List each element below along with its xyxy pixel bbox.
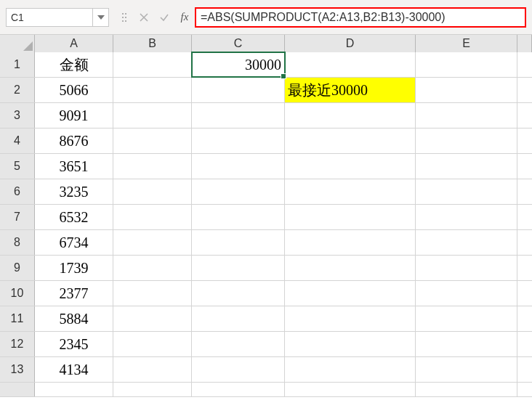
cell-E10[interactable] xyxy=(416,281,517,306)
cell-F14[interactable] xyxy=(517,383,532,396)
fx-button[interactable]: fx xyxy=(174,8,195,27)
cell-D8[interactable] xyxy=(285,230,416,255)
cell-A4[interactable]: 8676 xyxy=(35,128,113,153)
cell-C11[interactable] xyxy=(192,306,285,331)
row-header-13[interactable]: 13 xyxy=(0,357,35,382)
cell-F10[interactable] xyxy=(517,281,532,306)
row-header-8[interactable]: 8 xyxy=(0,230,35,255)
cell-D7[interactable] xyxy=(285,205,416,229)
cell-F5[interactable] xyxy=(517,154,532,179)
cell-B1[interactable] xyxy=(113,52,192,77)
select-all-corner[interactable] xyxy=(0,35,35,52)
row-header-7[interactable]: 7 xyxy=(0,205,35,229)
cell-C1[interactable]: 30000 xyxy=(192,52,285,77)
cell-E1[interactable] xyxy=(416,52,517,77)
cell-F4[interactable] xyxy=(517,128,532,153)
cell-B14[interactable] xyxy=(113,383,192,396)
cell-A2[interactable]: 5066 xyxy=(35,78,113,102)
cell-B4[interactable] xyxy=(113,128,192,153)
cell-F1[interactable] xyxy=(517,52,532,77)
cell-C6[interactable] xyxy=(192,179,285,204)
cell-D4[interactable] xyxy=(285,128,416,153)
cell-E13[interactable] xyxy=(416,357,517,382)
cell-B13[interactable] xyxy=(113,357,192,382)
cell-C14[interactable] xyxy=(192,383,285,396)
cell-F9[interactable] xyxy=(517,256,532,280)
cell-D3[interactable] xyxy=(285,103,416,128)
cell-E12[interactable] xyxy=(416,332,517,356)
cell-D6[interactable] xyxy=(285,179,416,204)
cell-B7[interactable] xyxy=(113,205,192,229)
cell-F6[interactable] xyxy=(517,179,532,204)
name-box-dropdown[interactable] xyxy=(93,8,109,27)
col-header-E[interactable]: E xyxy=(416,35,517,52)
row-header-3[interactable]: 3 xyxy=(0,103,35,128)
cell-A3[interactable]: 9091 xyxy=(35,103,113,128)
cell-E11[interactable] xyxy=(416,306,517,331)
cell-E4[interactable] xyxy=(416,128,517,153)
cell-E14[interactable] xyxy=(416,383,517,396)
cell-A6[interactable]: 3235 xyxy=(35,179,113,204)
cell-F3[interactable] xyxy=(517,103,532,128)
cell-B5[interactable] xyxy=(113,154,192,179)
row-header-14[interactable] xyxy=(0,383,35,396)
cell-F12[interactable] xyxy=(517,332,532,356)
row-header-4[interactable]: 4 xyxy=(0,128,35,153)
cell-D14[interactable] xyxy=(285,383,416,396)
row-header-6[interactable]: 6 xyxy=(0,179,35,204)
cell-E8[interactable] xyxy=(416,230,517,255)
cell-C2[interactable] xyxy=(192,78,285,102)
cell-D9[interactable] xyxy=(285,256,416,280)
col-header-B[interactable]: B xyxy=(113,35,192,52)
cell-E6[interactable] xyxy=(416,179,517,204)
cell-C12[interactable] xyxy=(192,332,285,356)
enter-button[interactable] xyxy=(154,8,174,27)
cell-C5[interactable] xyxy=(192,154,285,179)
cell-D12[interactable] xyxy=(285,332,416,356)
cell-B12[interactable] xyxy=(113,332,192,356)
cell-C3[interactable] xyxy=(192,103,285,128)
cell-B11[interactable] xyxy=(113,306,192,331)
cell-F2[interactable] xyxy=(517,78,532,102)
cell-D2[interactable]: 最接近30000 xyxy=(285,78,416,102)
cell-A12[interactable]: 2345 xyxy=(35,332,113,356)
cell-E3[interactable] xyxy=(416,103,517,128)
cell-B6[interactable] xyxy=(113,179,192,204)
row-header-1[interactable]: 1 xyxy=(0,52,35,77)
cell-F11[interactable] xyxy=(517,306,532,331)
cell-F13[interactable] xyxy=(517,357,532,382)
cell-E2[interactable] xyxy=(416,78,517,102)
cell-D1[interactable] xyxy=(285,52,416,77)
cell-A8[interactable]: 6734 xyxy=(35,230,113,255)
row-header-11[interactable]: 11 xyxy=(0,306,35,331)
cell-C8[interactable] xyxy=(192,230,285,255)
col-header-C[interactable]: C xyxy=(192,35,285,52)
cell-A9[interactable]: 1739 xyxy=(35,256,113,280)
cell-A11[interactable]: 5884 xyxy=(35,306,113,331)
cell-B10[interactable] xyxy=(113,281,192,306)
cell-A13[interactable]: 4134 xyxy=(35,357,113,382)
cell-B9[interactable] xyxy=(113,256,192,280)
name-box[interactable]: C1 xyxy=(6,8,93,27)
cell-D5[interactable] xyxy=(285,154,416,179)
cell-A1[interactable]: 金额 xyxy=(35,52,113,77)
cell-D13[interactable] xyxy=(285,357,416,382)
cell-B2[interactable] xyxy=(113,78,192,102)
cell-E9[interactable] xyxy=(416,256,517,280)
row-header-10[interactable]: 10 xyxy=(0,281,35,306)
row-header-9[interactable]: 9 xyxy=(0,256,35,280)
cell-F7[interactable] xyxy=(517,205,532,229)
col-header-A[interactable]: A xyxy=(35,35,113,52)
cancel-button[interactable] xyxy=(134,8,154,27)
cell-B3[interactable] xyxy=(113,103,192,128)
cell-B8[interactable] xyxy=(113,230,192,255)
cell-A7[interactable]: 6532 xyxy=(35,205,113,229)
col-header-partial[interactable] xyxy=(517,35,532,52)
cell-F8[interactable] xyxy=(517,230,532,255)
cell-D10[interactable] xyxy=(285,281,416,306)
col-header-D[interactable]: D xyxy=(285,35,416,52)
cell-E5[interactable] xyxy=(416,154,517,179)
row-header-5[interactable]: 5 xyxy=(0,154,35,179)
cell-C13[interactable] xyxy=(192,357,285,382)
cell-A14[interactable] xyxy=(35,383,113,396)
